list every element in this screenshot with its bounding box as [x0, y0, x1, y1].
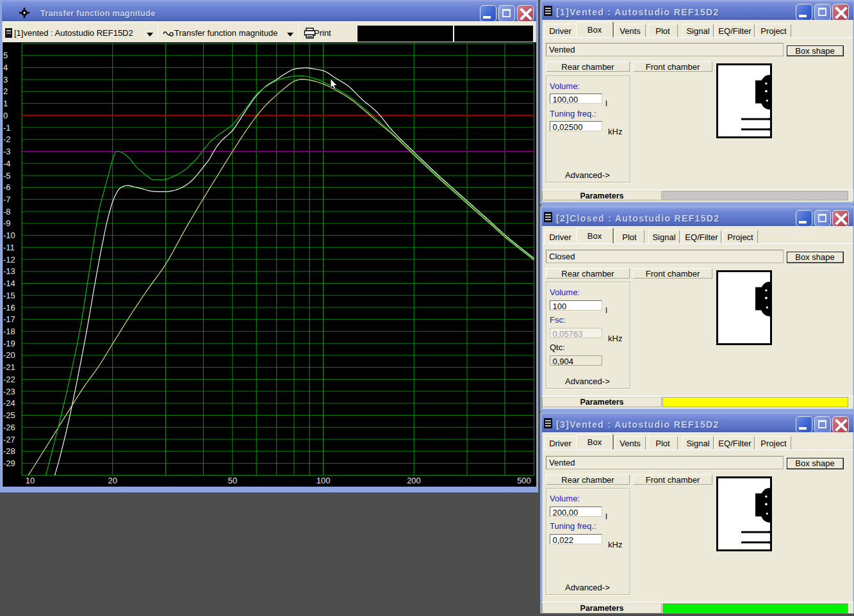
svg-text:-29: -29	[3, 458, 15, 468]
svg-text:-21: -21	[3, 362, 15, 372]
svg-text:-4: -4	[3, 159, 11, 168]
svg-text:-24: -24	[3, 398, 15, 408]
svg-text:-19: -19	[3, 339, 15, 348]
svg-text:-12: -12	[3, 255, 15, 264]
svg-text:-22: -22	[3, 375, 15, 384]
svg-text:-3: -3	[3, 147, 11, 156]
svg-text:-25: -25	[3, 410, 15, 420]
svg-text:-16: -16	[3, 303, 15, 312]
svg-text:-28: -28	[3, 446, 15, 456]
svg-text:-1: -1	[3, 123, 11, 133]
svg-text:-11: -11	[3, 243, 15, 252]
svg-text:-15: -15	[3, 291, 15, 300]
svg-text:-2: -2	[3, 134, 11, 144]
svg-text:10: 10	[26, 476, 35, 485]
svg-text:-10: -10	[3, 231, 15, 240]
svg-text:-27: -27	[3, 435, 15, 444]
svg-text:-7: -7	[3, 195, 11, 204]
svg-text:-5: -5	[3, 171, 11, 181]
svg-text:1: 1	[3, 99, 8, 108]
svg-text:100: 100	[316, 476, 331, 485]
svg-text:5: 5	[3, 51, 8, 60]
svg-text:2: 2	[3, 86, 8, 96]
svg-text:-14: -14	[3, 279, 15, 288]
svg-text:-9: -9	[3, 218, 11, 228]
svg-text:50: 50	[228, 476, 237, 485]
svg-text:-23: -23	[3, 387, 15, 396]
svg-text:200: 200	[407, 476, 421, 485]
svg-text:500: 500	[517, 476, 531, 485]
svg-text:-13: -13	[3, 266, 15, 276]
svg-text:-17: -17	[3, 314, 15, 324]
svg-text:-6: -6	[3, 182, 11, 192]
svg-text:-20: -20	[3, 350, 15, 360]
svg-text:-8: -8	[3, 207, 11, 216]
svg-text:3: 3	[3, 75, 8, 85]
svg-text:4: 4	[3, 63, 8, 72]
svg-text:-18: -18	[3, 327, 15, 336]
svg-text:0: 0	[3, 111, 8, 120]
svg-text:-26: -26	[3, 423, 15, 432]
svg-text:20: 20	[108, 476, 117, 485]
